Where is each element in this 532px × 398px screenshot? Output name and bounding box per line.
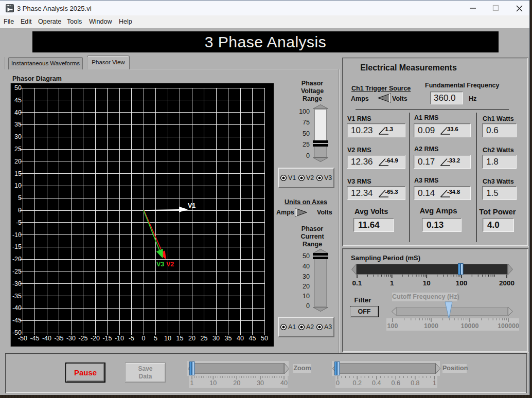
svg-text:V3: V3: [156, 261, 164, 268]
svg-text:40: 40: [237, 335, 244, 342]
svg-text:0: 0: [18, 207, 22, 214]
svg-text:-50: -50: [18, 335, 27, 342]
svg-text:35: 35: [14, 121, 22, 128]
svg-text:15: 15: [14, 170, 22, 177]
svg-text:-25: -25: [78, 335, 87, 342]
svg-text:-15: -15: [102, 335, 112, 342]
svg-text:50: 50: [14, 84, 22, 92]
svg-text:-10: -10: [12, 231, 22, 239]
svg-text:-10: -10: [115, 335, 124, 342]
svg-text:5: 5: [18, 194, 22, 202]
svg-text:-45: -45: [30, 335, 39, 342]
svg-text:25: 25: [14, 146, 22, 153]
svg-text:-40: -40: [12, 304, 22, 312]
svg-text:45: 45: [249, 335, 256, 342]
svg-text:-35: -35: [54, 335, 63, 342]
svg-text:10: 10: [14, 182, 22, 189]
svg-text:-30: -30: [66, 335, 76, 342]
svg-text:30: 30: [14, 133, 22, 140]
svg-text:0: 0: [142, 335, 146, 342]
svg-text:-20: -20: [91, 335, 100, 342]
svg-text:-45: -45: [12, 317, 22, 324]
svg-text:-35: -35: [12, 293, 22, 300]
svg-text:5: 5: [154, 335, 157, 342]
svg-text:20: 20: [188, 335, 196, 342]
svg-text:15: 15: [176, 335, 184, 342]
svg-text:30: 30: [212, 335, 220, 342]
svg-text:-30: -30: [12, 280, 22, 287]
svg-text:45: 45: [14, 97, 22, 104]
svg-text:20: 20: [14, 158, 22, 165]
svg-text:-20: -20: [12, 256, 22, 263]
svg-text:-5: -5: [129, 335, 134, 342]
svg-text:40: 40: [14, 109, 22, 116]
svg-text:-25: -25: [12, 268, 22, 275]
svg-text:-40: -40: [42, 335, 51, 342]
svg-text:10: 10: [164, 335, 171, 342]
svg-text:25: 25: [201, 335, 208, 342]
svg-text:-15: -15: [12, 243, 22, 250]
svg-text:35: 35: [225, 335, 232, 342]
svg-text:V1: V1: [188, 202, 196, 209]
svg-text:-5: -5: [16, 219, 22, 226]
svg-text:50: 50: [261, 335, 268, 342]
svg-text:V2: V2: [166, 261, 174, 268]
